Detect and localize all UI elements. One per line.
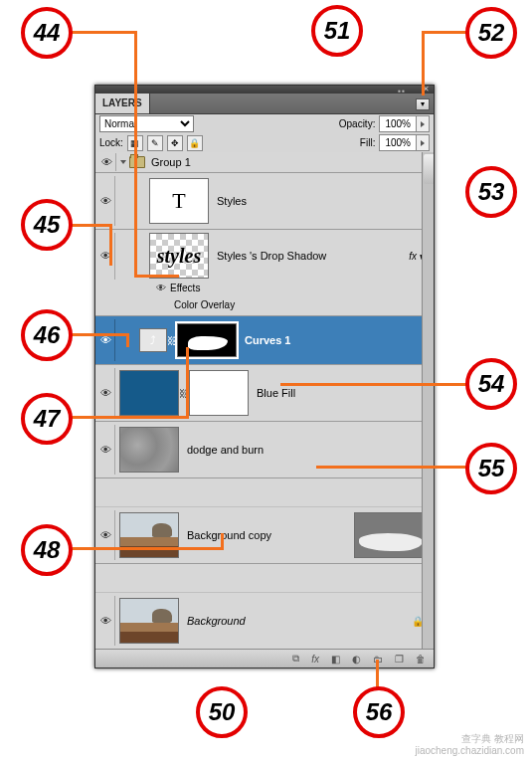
leader-line xyxy=(422,31,425,95)
layers-tab[interactable]: LAYERS xyxy=(95,94,150,113)
callout-48: 48 xyxy=(21,524,73,576)
link-icon[interactable]: ⛓ xyxy=(167,335,177,346)
fill-layer-thumb xyxy=(119,370,179,416)
layer-list: 👁 Group 1 👁 T Styles 👁 styles Styles 's … xyxy=(95,152,434,650)
layer-name[interactable]: Blue Fill xyxy=(257,387,295,399)
eye-icon[interactable]: 👁 xyxy=(100,195,111,207)
delete-layer-icon[interactable]: 🗑 xyxy=(416,654,426,665)
panel-tabbar: LAYERS ▾ xyxy=(95,94,434,114)
lock-pixels-icon[interactable]: ✎ xyxy=(147,135,163,151)
list-gap xyxy=(95,564,434,593)
opacity-label: Opacity: xyxy=(339,118,376,129)
leader-line xyxy=(186,347,189,419)
callout-55: 55 xyxy=(465,443,517,494)
fill-label: Fill: xyxy=(360,137,376,148)
callout-44: 44 xyxy=(21,7,73,59)
fx-color-overlay-row[interactable]: Color Overlay xyxy=(174,297,235,312)
callout-45: 45 xyxy=(21,199,73,251)
bgcopy-mask-thumb[interactable] xyxy=(354,512,428,558)
adjustment-icon[interactable]: ◐ xyxy=(352,654,361,665)
layer-group-row[interactable]: 👁 Group 1 xyxy=(95,152,434,173)
layer-name[interactable]: Styles 's Drop Shadow xyxy=(217,250,326,262)
fx-effects-row[interactable]: 👁 Effects xyxy=(156,281,200,295)
fill-mask-thumb[interactable] xyxy=(189,370,249,416)
leader-line xyxy=(221,533,224,550)
callout-52: 52 xyxy=(465,7,517,59)
blend-mode-select[interactable]: Normal xyxy=(99,115,194,132)
leader-line xyxy=(134,31,137,275)
link-layers-icon[interactable]: ⧉ xyxy=(292,653,299,665)
leader-line xyxy=(316,466,467,469)
leader-line xyxy=(70,416,189,419)
layer-row-bg[interactable]: 👁 Background 🔒 xyxy=(95,593,434,650)
fill-value: 100% xyxy=(380,137,416,148)
callout-50: 50 xyxy=(196,686,248,738)
panel-grip[interactable]: ▪▪ ✕ xyxy=(95,86,434,94)
eye-icon[interactable]: 👁 xyxy=(100,615,111,627)
bgcopy-thumb xyxy=(119,512,179,558)
layers-panel: ▪▪ ✕ LAYERS ▾ Normal Opacity: 100% Lock:… xyxy=(94,85,435,668)
fill-field[interactable]: 100% xyxy=(379,134,430,151)
leader-line xyxy=(70,547,224,550)
eye-icon[interactable]: 👁 xyxy=(101,156,112,168)
fx-icon[interactable]: fx xyxy=(311,654,319,665)
leader-line xyxy=(70,333,129,336)
opacity-value: 100% xyxy=(380,118,416,129)
callout-47: 47 xyxy=(21,393,73,445)
eye-icon[interactable]: 👁 xyxy=(100,529,111,541)
lock-label: Lock: xyxy=(99,137,123,148)
layer-name[interactable]: Curves 1 xyxy=(245,334,290,346)
curves-adj-icon: ⤴ xyxy=(139,328,167,352)
panel-menu-icon[interactable]: ▾ xyxy=(416,98,430,110)
callout-56: 56 xyxy=(353,686,405,738)
layer-row-dodge[interactable]: 👁 dodge and burn xyxy=(95,422,434,478)
eye-icon[interactable]: 👁 xyxy=(100,444,111,456)
leader-line xyxy=(109,224,112,266)
lock-all-icon[interactable]: 🔒 xyxy=(187,135,203,151)
folder-icon xyxy=(129,156,145,168)
scrollbar[interactable] xyxy=(422,152,434,650)
leader-line xyxy=(280,383,467,386)
layer-name[interactable]: Styles xyxy=(217,195,247,207)
bg-thumb xyxy=(119,598,179,644)
leader-line xyxy=(134,275,179,278)
lock-fill-row: Lock: ▦ ✎ ✥ 🔒 Fill: 100% xyxy=(95,133,434,153)
fill-flyout-icon[interactable] xyxy=(416,135,429,150)
layer-name[interactable]: Background xyxy=(187,615,246,627)
fx-icon: fx xyxy=(409,251,417,262)
callout-53: 53 xyxy=(465,166,517,218)
effects-label: Effects xyxy=(170,283,200,293)
opacity-flyout-icon[interactable] xyxy=(416,116,429,131)
layer-row-bgcopy[interactable]: 👁 Background copy xyxy=(95,507,434,564)
layer-row-styles-shadow[interactable]: 👁 styles Styles 's Drop Shadow fx▾ 👁 Eff… xyxy=(95,230,434,316)
opacity-field[interactable]: 100% xyxy=(379,115,430,132)
watermark: 查字典 教程网 jiaocheng.chazidian.com xyxy=(415,733,524,757)
layer-row-bluefill[interactable]: 👁 ⛓ Blue Fill xyxy=(95,365,434,422)
lock-position-icon[interactable]: ✥ xyxy=(167,135,183,151)
eye-icon[interactable]: 👁 xyxy=(156,283,166,293)
layers-bottom-toolbar: ⧉ fx ◧ ◐ 🗀 ❐ 🗑 xyxy=(95,649,434,668)
mask-icon[interactable]: ◧ xyxy=(331,654,340,665)
watermark-line1: 查字典 教程网 xyxy=(415,733,524,745)
leader-line xyxy=(126,333,129,347)
layer-row-curves[interactable]: 👁 ⤴ ⛓ Curves 1 xyxy=(95,316,434,365)
callout-51: 51 xyxy=(311,5,363,57)
leader-line xyxy=(70,31,137,34)
text-layer-thumb: T xyxy=(149,178,209,224)
leader-line xyxy=(376,660,379,687)
leader-line xyxy=(422,31,467,34)
disclosure-triangle-icon[interactable] xyxy=(120,160,126,164)
eye-icon[interactable]: 👁 xyxy=(100,387,111,399)
callout-46: 46 xyxy=(21,309,73,361)
callout-54: 54 xyxy=(465,358,517,410)
layer-name[interactable]: Background copy xyxy=(187,529,271,541)
blend-opacity-row: Normal Opacity: 100% xyxy=(95,114,434,133)
group-name[interactable]: Group 1 xyxy=(151,156,191,168)
new-layer-icon[interactable]: ❐ xyxy=(395,654,404,665)
scroll-thumb[interactable] xyxy=(424,154,434,184)
leader-line xyxy=(70,224,109,227)
dodge-layer-thumb xyxy=(119,427,179,473)
watermark-line2: jiaocheng.chazidian.com xyxy=(415,745,524,757)
layer-name[interactable]: dodge and burn xyxy=(187,444,264,456)
layer-row-styles[interactable]: 👁 T Styles xyxy=(95,173,434,230)
